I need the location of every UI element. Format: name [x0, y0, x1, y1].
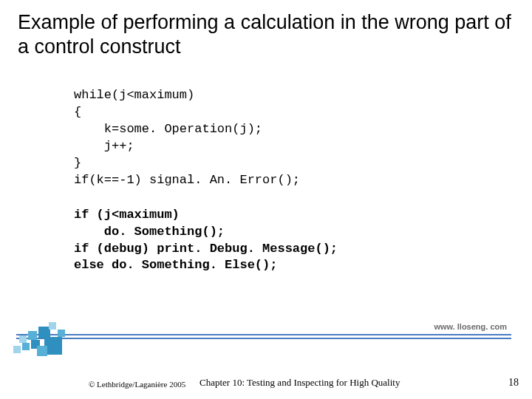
page-number: 18	[508, 377, 519, 389]
copyright-text: © Lethbridge/Laganière 2005	[89, 380, 185, 389]
bottom-decoration: www. lloseng. com	[16, 334, 519, 366]
code-block-2: if (j<maximum) do. Something(); if (debu…	[74, 207, 510, 275]
logo-icon	[13, 321, 75, 362]
rule-line	[16, 334, 511, 335]
slide-body: while(j<maximum) { k=some. Operation(j);…	[74, 87, 510, 274]
code-block-1: while(j<maximum) { k=some. Operation(j);…	[74, 87, 510, 189]
slide-title: Example of performing a calculation in t…	[18, 10, 514, 59]
rule-line	[16, 338, 511, 339]
slide: Example of performing a calculation in t…	[0, 0, 532, 399]
website-url: www. lloseng. com	[431, 322, 510, 331]
slide-footer: © Lethbridge/Laganière 2005 Chapter 10: …	[0, 375, 532, 389]
chapter-title: Chapter 10: Testing and Inspecting for H…	[200, 377, 400, 389]
